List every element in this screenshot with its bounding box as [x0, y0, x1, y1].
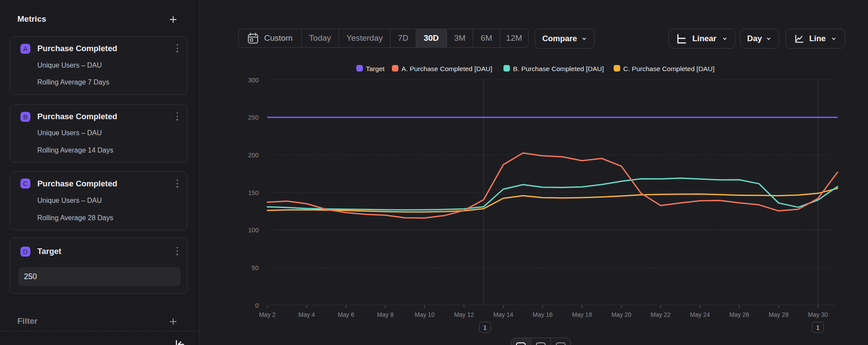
- svg-text:150: 150: [248, 189, 259, 196]
- svg-text:May 14: May 14: [493, 311, 513, 318]
- svg-text:May 6: May 6: [338, 311, 354, 318]
- svg-text:May 22: May 22: [651, 311, 671, 318]
- svg-text:May 26: May 26: [729, 311, 749, 318]
- svg-text:100: 100: [248, 227, 259, 234]
- svg-text:May 24: May 24: [690, 311, 710, 318]
- svg-text:May 12: May 12: [454, 311, 474, 318]
- svg-text:May 16: May 16: [533, 311, 552, 318]
- svg-text:May 20: May 20: [612, 311, 631, 318]
- svg-text:50: 50: [252, 264, 259, 271]
- svg-text:200: 200: [248, 152, 259, 159]
- svg-text:May 2: May 2: [259, 311, 276, 318]
- svg-text:May 30: May 30: [808, 311, 828, 318]
- svg-text:May 4: May 4: [299, 311, 315, 318]
- svg-text:250: 250: [248, 114, 259, 121]
- svg-text:300: 300: [248, 77, 259, 84]
- svg-text:May 10: May 10: [415, 311, 435, 318]
- svg-text:May 18: May 18: [572, 311, 592, 318]
- svg-text:May 8: May 8: [377, 311, 394, 318]
- svg-text:0: 0: [255, 302, 259, 309]
- svg-text:May 28: May 28: [769, 311, 789, 318]
